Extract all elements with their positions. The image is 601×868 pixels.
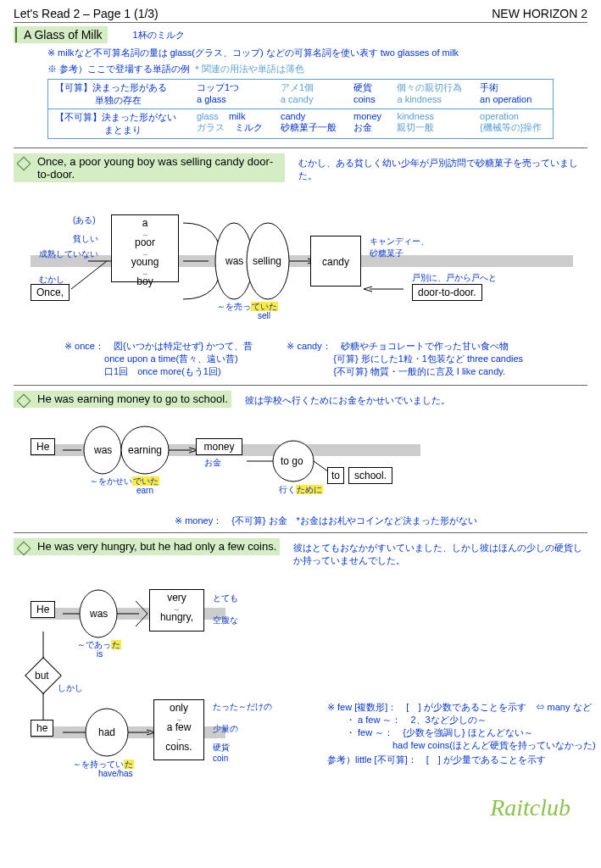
sentence-2-heading: He was earning money to go to school. 彼は… xyxy=(14,391,587,408)
sentence-1-heading: Once, a poor young boy was selling candy… xyxy=(14,153,587,182)
diamond-icon xyxy=(17,394,31,409)
s1-note-candy: ※ candy： 砂糖やチョコレートで作った甘い食べ物 {可算} 形にした1粒・… xyxy=(287,340,523,378)
s3-but: but xyxy=(35,670,49,682)
s3-complement-box: very ⏟ hungry, xyxy=(149,589,204,632)
vocab-count-label: 【可算】決まった形がある 単独の存在 xyxy=(48,80,190,109)
s2-en: He was earning money to go to school. xyxy=(36,392,228,405)
header-right: NEW HORIZON 2 xyxy=(492,7,587,20)
diamond-icon xyxy=(17,542,31,556)
header-left: Let's Read 2 – Page 1 (1/3) xyxy=(14,7,159,20)
s2-earning: earning xyxy=(128,444,162,456)
s2-jp: 彼は学校へ行くためにお金をかせいでいました。 xyxy=(245,391,587,407)
s1-subject-box: a ⏟ poor ⏟ young ⏟ boy xyxy=(111,214,179,282)
s3-jp: 彼はとてもおなかがすいていました、しかし彼はほんの少しの硬貨しか持っていませんで… xyxy=(293,538,587,567)
s1-diagram: むかし Once, a ⏟ poor ⏟ young ⏟ boy (ある) 貧し… xyxy=(14,189,587,333)
s2-to: to xyxy=(327,467,344,484)
s3-en: He was very hungry, but he had only a fe… xyxy=(36,540,276,553)
diamond-icon xyxy=(15,27,17,42)
s3-was: was xyxy=(90,608,108,620)
s3-note-few: ※ few [複数形]： [ ] が少数であることを示す ⇔ many など ・… xyxy=(327,701,596,752)
s2-togo: to go xyxy=(281,455,303,467)
page-header: Let's Read 2 – Page 1 (1/3) NEW HORIZON … xyxy=(14,7,587,23)
vocab-table: 【可算】決まった形がある 単独の存在 コップ1つa glass アメ1個a ca… xyxy=(47,79,554,139)
title-jp: 1杯のミルク xyxy=(133,29,185,42)
s2-school: school. xyxy=(348,467,392,484)
s3-had: had xyxy=(98,726,115,738)
s1-jp: むかし、ある貧しく幼い少年が戸別訪問で砂糖菓子を売っていました。 xyxy=(298,153,587,182)
s1-once: Once, xyxy=(31,284,70,301)
watermark: Raitclub xyxy=(14,794,587,821)
s1-door: door-to-door. xyxy=(412,284,482,301)
s3-note-little: 参考）little [不可算]： [ ] が少量であることを示す xyxy=(327,754,546,766)
s1-selling: selling xyxy=(253,255,281,267)
note-vocab-intro: ※ 参考）ここで登場する単語の例 ＊関連の用法や単語は薄色 xyxy=(47,63,587,75)
s3-object-box: only ⏟ a few ⏟ coins. xyxy=(153,699,204,760)
s1-candy: candy xyxy=(310,236,361,287)
s2-money: money xyxy=(196,438,242,455)
s1-was: was xyxy=(225,255,243,267)
s3-diagram: He was ～であった is very ⏟ hungry, とても 空腹な b… xyxy=(14,574,587,777)
s3-he1: He xyxy=(31,601,55,618)
s1-note-once: ※ once： 図{いつかは特定せず} かつて、昔 once upon a ti… xyxy=(64,340,253,378)
s2-note-money: ※ money： {不可算} お金 *お金はお札やコインなど決まった形がない xyxy=(64,515,587,527)
title-en: A Glass of Milk xyxy=(24,28,103,42)
s2-he: He xyxy=(31,438,55,455)
title-section: A Glass of Milk 1杯のミルク xyxy=(14,26,587,43)
sentence-3-heading: He was very hungry, but he had only a fe… xyxy=(14,538,587,567)
s1-en: Once, a poor young boy was selling candy… xyxy=(36,155,281,181)
note-count-nouns: ※ milkなど不可算名詞の量は glass(グラス、コップ) などの可算名詞を… xyxy=(47,47,587,59)
s3-he2: he xyxy=(31,720,53,737)
diamond-icon xyxy=(17,157,31,171)
s2-was: was xyxy=(94,444,112,456)
s2-diagram: He was earning ～をかせいでいた earn money お金 to… xyxy=(14,415,587,508)
vocab-uncount-label: 【不可算】決まった形がない まとまり xyxy=(48,109,190,139)
